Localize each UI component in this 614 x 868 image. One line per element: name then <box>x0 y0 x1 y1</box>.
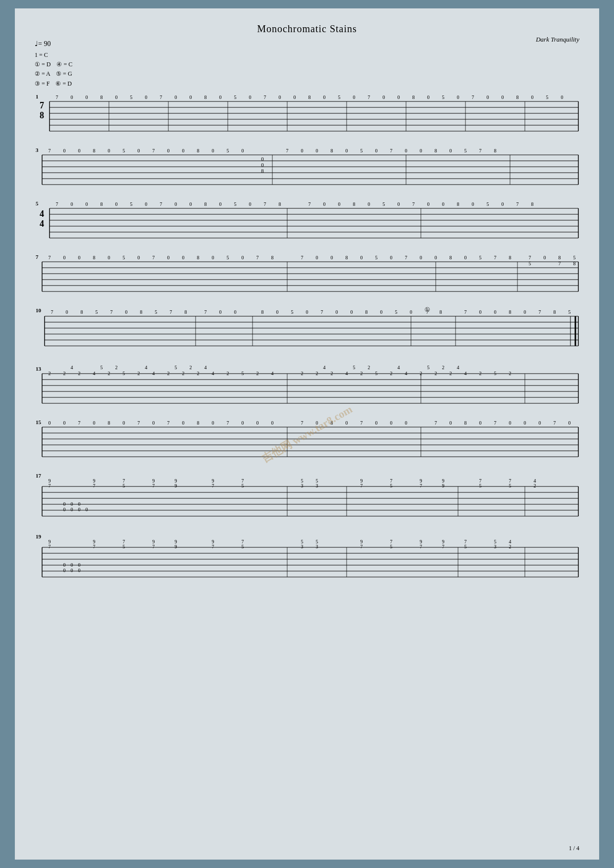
svg-text:0: 0 <box>323 95 326 100</box>
svg-text:8: 8 <box>93 255 96 260</box>
svg-text:7: 7 <box>308 201 311 207</box>
svg-text:5: 5 <box>234 95 237 100</box>
svg-text:2: 2 <box>450 371 452 376</box>
svg-text:0: 0 <box>427 95 430 100</box>
svg-text:2: 2 <box>197 371 200 376</box>
svg-text:2: 2 <box>115 365 118 370</box>
svg-text:0: 0 <box>167 148 170 153</box>
svg-text:4: 4 <box>40 219 44 229</box>
svg-text:0: 0 <box>256 420 259 426</box>
svg-text:3: 3 <box>494 544 497 549</box>
svg-text:5: 5 <box>123 148 125 153</box>
svg-text:5: 5 <box>123 483 125 488</box>
svg-text:8: 8 <box>346 255 348 260</box>
svg-text:0: 0 <box>405 420 408 426</box>
tab-section-4: 7 7 0 0 8 0 5 0 7 0 0 8 0 5 0 7 8 7 <box>35 253 579 297</box>
svg-text:0: 0 <box>138 255 140 260</box>
svg-text:8: 8 <box>308 95 311 100</box>
staff-svg-6: 13 4 5 2 4 5 2 4 2 2 2 4 2 5 2 4 2 <box>35 365 579 409</box>
svg-text:8: 8 <box>573 261 576 266</box>
svg-text:0: 0 <box>71 501 73 507</box>
svg-text:0: 0 <box>71 568 73 573</box>
staff-svg-7: 15 0 0 7 0 8 0 7 0 7 0 8 0 7 0 0 0 <box>35 418 579 463</box>
svg-text:5: 5 <box>227 148 229 153</box>
svg-text:0: 0 <box>405 148 408 153</box>
svg-text:0: 0 <box>190 95 192 100</box>
svg-text:0: 0 <box>375 420 378 426</box>
svg-text:3: 3 <box>316 483 318 488</box>
svg-text:5: 5 <box>227 255 229 260</box>
svg-text:5: 5 <box>383 201 385 207</box>
staff-svg-2: 3 7 0 0 8 0 5 0 7 0 0 8 0 5 0 0 0 <box>35 146 579 191</box>
page-number: 1 / 4 <box>569 845 579 852</box>
svg-text:0: 0 <box>410 309 412 315</box>
svg-text:8: 8 <box>279 201 281 207</box>
svg-text:7: 7 <box>442 544 445 549</box>
svg-text:2: 2 <box>534 483 536 488</box>
svg-text:0: 0 <box>182 420 185 426</box>
svg-text:0: 0 <box>234 309 237 315</box>
svg-text:0: 0 <box>71 201 73 207</box>
svg-text:0: 0 <box>306 309 308 315</box>
tab-section-3: 5 4 4 7 0 0 8 0 5 0 7 0 0 8 0 5 0 7 <box>35 199 579 244</box>
svg-text:0: 0 <box>182 255 185 260</box>
svg-text:4: 4 <box>271 371 274 376</box>
svg-text:0: 0 <box>398 95 400 100</box>
svg-text:7: 7 <box>554 420 556 426</box>
svg-text:8: 8 <box>93 148 96 153</box>
svg-text:0: 0 <box>316 420 318 426</box>
svg-text:0: 0 <box>323 201 326 207</box>
svg-text:7: 7 <box>464 309 467 315</box>
svg-text:7: 7 <box>160 201 162 207</box>
svg-text:7: 7 <box>153 483 155 488</box>
svg-text:8: 8 <box>494 148 497 153</box>
svg-text:5: 5 <box>568 309 571 315</box>
svg-text:5: 5 <box>494 371 497 376</box>
svg-text:5: 5 <box>395 309 398 315</box>
svg-text:0: 0 <box>242 420 244 426</box>
svg-text:5: 5 <box>442 95 445 100</box>
svg-text:0: 0 <box>115 201 118 207</box>
svg-text:17: 17 <box>36 473 42 479</box>
svg-text:0: 0 <box>78 148 81 153</box>
svg-text:8: 8 <box>261 309 264 315</box>
svg-text:0: 0 <box>219 201 222 207</box>
svg-text:1: 1 <box>36 94 39 99</box>
svg-text:0: 0 <box>115 95 118 100</box>
tab-section-9: 19 9 7 9 7 7 5 9 7 9 9 9 7 7 5 5 3 <box>35 532 579 584</box>
svg-text:5: 5 <box>155 309 157 315</box>
svg-text:0: 0 <box>346 148 348 153</box>
tuning-info: 1 = C ① = D ④ = C ② = A ⑤ = G ③ = F ⑥ = … <box>35 50 579 89</box>
svg-text:0: 0 <box>351 309 353 315</box>
svg-text:7: 7 <box>360 483 363 488</box>
svg-text:0: 0 <box>464 255 467 260</box>
svg-text:5: 5 <box>487 201 489 207</box>
svg-text:8: 8 <box>509 255 512 260</box>
svg-text:4: 4 <box>405 371 408 376</box>
svg-text:8: 8 <box>353 201 356 207</box>
svg-text:0: 0 <box>138 148 140 153</box>
svg-text:2: 2 <box>331 371 333 376</box>
svg-text:5: 5 <box>464 544 467 549</box>
svg-text:0: 0 <box>63 562 66 568</box>
svg-text:0: 0 <box>442 201 445 207</box>
svg-text:0: 0 <box>450 420 452 426</box>
svg-text:2: 2 <box>49 371 51 376</box>
svg-text:8: 8 <box>412 95 415 100</box>
svg-text:8: 8 <box>516 95 519 100</box>
svg-text:7: 7 <box>301 255 304 260</box>
page: Monochromatic Stains Dark Tranquility ♩=… <box>15 8 599 860</box>
svg-text:8: 8 <box>435 148 437 153</box>
svg-text:7: 7 <box>205 309 207 315</box>
svg-text:0: 0 <box>390 420 393 426</box>
svg-text:2: 2 <box>108 371 110 376</box>
svg-text:5: 5 <box>390 544 393 549</box>
svg-text:7: 7 <box>420 544 422 549</box>
svg-text:2: 2 <box>368 365 370 370</box>
svg-text:0: 0 <box>502 201 504 207</box>
svg-text:8: 8 <box>81 309 83 315</box>
svg-text:5: 5 <box>360 148 363 153</box>
svg-text:8: 8 <box>509 309 512 315</box>
svg-text:0: 0 <box>63 255 66 260</box>
svg-text:0: 0 <box>380 309 383 315</box>
